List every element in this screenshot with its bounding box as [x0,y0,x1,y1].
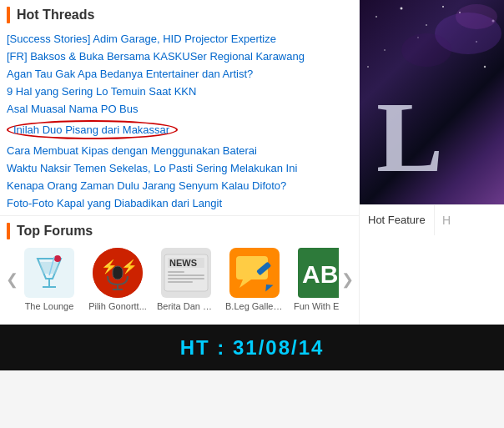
chat-icon [229,248,280,298]
svg-rect-18 [168,281,193,283]
thread-link[interactable]: [Success Stories] Adim Garage, HID Proje… [7,33,276,45]
forum-name: Berita Dan Politik [157,301,215,311]
left-panel: Hot Threads [Success Stories] Adim Garag… [0,0,359,325]
thread-link[interactable]: Kenapa Orang Zaman Dulu Jarang Senyum Ka… [7,179,286,192]
radio-icon: ⚡ ⚡ [93,248,143,298]
hot-threads-header: Hot Threads [0,7,359,23]
section-bar [7,7,10,23]
svg-text:⚡: ⚡ [121,259,138,274]
svg-text:NEWS: NEWS [169,258,197,268]
hot-feature-label[interactable]: Hot Feature [360,214,434,226]
feature-image-letter: L [376,88,443,188]
forum-icon-qna [229,248,280,298]
thread-link[interactable]: Foto-Foto Kapal yang Diabadikan dari Lan… [7,197,222,209]
forum-item[interactable]: The Lounge [20,248,78,311]
svg-point-39 [401,33,451,67]
feature-image: L [360,0,504,204]
svg-point-26 [375,16,377,18]
forum-icon-abc: ABC [298,248,339,298]
list-item: [Success Stories] Adim Garage, HID Proje… [7,30,352,48]
feature-label-bar: Hot Feature H [360,204,504,234]
thread-link-circled[interactable]: Inilah Duo Pisang dari Makassar [7,120,178,139]
feature-nav-next[interactable]: H [434,205,459,235]
news-icon: NEWS [161,248,211,298]
list-item: Cara Membuat Kipas dengan Menggunakan Ba… [7,142,352,159]
list-item-highlighted: Inilah Duo Pisang dari Makassar [7,118,352,142]
list-item: Waktu Naksir Temen Sekelas, Lo Pasti Ser… [7,159,352,177]
forum-items-container: The Lounge ⚡ ⚡ [20,248,339,311]
top-forums-title: Top Forums [17,224,93,239]
svg-text:ABC: ABC [302,260,339,288]
thread-link[interactable]: Agan Tau Gak Apa Bedanya Entertainer dan… [7,68,253,80]
hot-threads-title: Hot Threads [17,8,94,23]
cocktail-icon [31,252,68,294]
forum-item[interactable]: B.Leg Galleriezz... [225,248,284,311]
bottom-bar: HT : 31/08/14 [0,325,504,370]
svg-point-27 [401,8,403,10]
svg-rect-17 [168,278,204,279]
forum-icon-news: NEWS [161,248,211,298]
svg-point-31 [384,49,386,51]
svg-point-38 [456,4,497,29]
forum-icon-lounge [24,248,74,298]
bottom-text: HT : 31/08/14 [180,336,325,360]
section-bar [7,223,10,239]
svg-rect-15 [168,271,184,273]
top-forums-header: Top Forums [0,223,359,239]
svg-point-35 [367,66,369,68]
thread-link[interactable]: Cara Membuat Kipas dengan Menggunakan Ba… [7,144,257,157]
list-item: 9 Hal yang Sering Lo Temuin Saat KKN [7,83,352,100]
thread-link[interactable]: Waktu Naksir Temen Sekelas, Lo Pasti Ser… [7,162,297,174]
thread-link[interactable]: 9 Hal yang Sering Lo Temuin Saat KKN [7,85,196,98]
list-item: Foto-Foto Kapal yang Diabadikan dari Lan… [7,194,352,212]
thread-link[interactable]: [FR] Baksos & Buka Bersama KASKUSer Regi… [7,50,305,63]
forum-name: The Lounge [20,301,78,311]
forum-item[interactable]: ⚡ ⚡ Pilih Gonortt... [88,248,147,311]
forum-name: Pilih Gonortt... [88,301,147,311]
abc-icon: ABC [298,248,339,298]
carousel-prev-button[interactable]: ❮ [3,254,20,305]
forum-icon-radio: ⚡ ⚡ [93,248,143,298]
list-item: [FR] Baksos & Buka Bersama KASKUSer Regi… [7,48,352,65]
svg-marker-1 [39,262,59,274]
list-item: Asal Muasal Nama PO Bus [7,100,352,118]
svg-rect-16 [168,274,204,276]
forum-item[interactable]: ABC Fun With English [294,248,339,311]
svg-point-33 [442,6,444,8]
svg-point-36 [484,66,486,68]
thread-list: [Success Stories] Adim Garage, HID Proje… [0,30,359,212]
list-item: Agan Tau Gak Apa Bedanya Entertainer dan… [7,65,352,83]
carousel-next-button[interactable]: ❯ [339,254,355,305]
right-panel: L Hot Feature H [359,0,504,325]
svg-point-28 [426,24,427,26]
forum-name: Fun With English [294,301,339,311]
list-item: Kenapa Orang Zaman Dulu Jarang Senyum Ka… [7,177,352,194]
thread-link[interactable]: Asal Muasal Nama PO Bus [7,103,139,115]
forums-carousel: ❮ [0,248,359,311]
forum-item[interactable]: NEWS Berita Dan Politik [157,248,215,311]
svg-point-4 [54,255,61,262]
svg-rect-9 [113,266,123,279]
forum-name: B.Leg Galleriezz... [225,301,284,311]
top-forums-section: Top Forums ❮ [0,215,359,318]
